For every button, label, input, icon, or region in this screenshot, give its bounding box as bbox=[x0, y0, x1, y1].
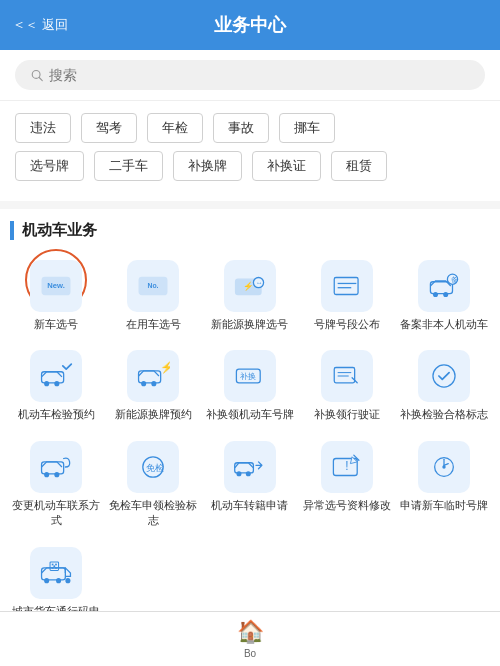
svg-rect-51 bbox=[56, 563, 58, 565]
grid-item[interactable]: 申请新车临时号牌 bbox=[397, 435, 490, 535]
motor-section-title: 机动车业务 bbox=[10, 221, 490, 240]
svg-point-32 bbox=[44, 472, 49, 477]
tag-btn[interactable]: 挪车 bbox=[279, 113, 335, 143]
item-icon-wrap bbox=[321, 350, 373, 402]
item-icon-wrap bbox=[224, 441, 276, 493]
grid-item[interactable]: 号牌号段公布 bbox=[300, 254, 393, 338]
item-icon-wrap bbox=[30, 441, 82, 493]
search-section bbox=[0, 50, 500, 101]
grid-item[interactable]: ⚡ ↔ 新能源换牌选号 bbox=[204, 254, 297, 338]
svg-point-23 bbox=[151, 381, 156, 386]
item-label: 备案非本人机动车 bbox=[400, 317, 488, 332]
item-label: 申请新车临时号牌 bbox=[400, 498, 488, 513]
svg-point-22 bbox=[141, 381, 146, 386]
item-icon-wrap: 免检 bbox=[127, 441, 179, 493]
item-icon-wrap bbox=[418, 350, 470, 402]
item-icon-wrap: ! bbox=[321, 441, 373, 493]
tag-btn[interactable]: 违法 bbox=[15, 113, 71, 143]
back-button[interactable]: ＜ ＜ 返回 bbox=[12, 16, 68, 34]
page-title: 业务中心 bbox=[214, 13, 286, 37]
back-icon: ＜ bbox=[12, 16, 26, 34]
item-label: 变更机动车联系方式 bbox=[12, 498, 101, 529]
item-icon-wrap: 补换 bbox=[224, 350, 276, 402]
svg-text:补换: 补换 bbox=[240, 372, 256, 381]
grid-item[interactable]: 备 备案非本人机动车 bbox=[397, 254, 490, 338]
item-label: 新能源换牌预约 bbox=[115, 407, 192, 422]
bottom-tab-label-bo: Bo bbox=[244, 648, 256, 659]
svg-rect-50 bbox=[52, 563, 54, 565]
tag-btn[interactable]: 年检 bbox=[147, 113, 203, 143]
quick-tags-section: 违法驾考年检事故挪车 选号牌二手车补换牌补换证租赁 bbox=[0, 101, 500, 209]
item-label: 在用车选号 bbox=[126, 317, 181, 332]
item-label: 异常选号资料修改 bbox=[303, 498, 391, 513]
item-icon-wrap: New. bbox=[30, 260, 82, 312]
grid-item[interactable]: ⚡ 新能源换牌预约 bbox=[107, 344, 200, 428]
svg-point-19 bbox=[44, 381, 49, 386]
svg-point-47 bbox=[56, 578, 61, 583]
grid-item[interactable]: 机动车转籍申请 bbox=[204, 435, 297, 535]
item-label: 补换检验合格标志 bbox=[400, 407, 488, 422]
item-label: 机动车检验预约 bbox=[18, 407, 95, 422]
svg-text:⚡: ⚡ bbox=[160, 360, 170, 374]
svg-text:↔: ↔ bbox=[256, 279, 263, 286]
tag-btn[interactable]: 补换证 bbox=[252, 151, 321, 181]
item-icon-wrap: ⚡ bbox=[127, 350, 179, 402]
svg-rect-27 bbox=[334, 368, 354, 383]
grid-item[interactable]: New. 新车选号 bbox=[10, 254, 103, 338]
grid-item[interactable]: No. 在用车选号 bbox=[107, 254, 200, 338]
tag-btn[interactable]: 事故 bbox=[213, 113, 269, 143]
item-label: 号牌号段公布 bbox=[314, 317, 380, 332]
svg-point-20 bbox=[55, 381, 60, 386]
tag-btn[interactable]: 租赁 bbox=[331, 151, 387, 181]
search-bar[interactable] bbox=[15, 60, 485, 90]
item-icon-wrap: ⚡ ↔ bbox=[224, 260, 276, 312]
svg-rect-10 bbox=[334, 278, 358, 295]
tag-btn[interactable]: 驾考 bbox=[81, 113, 137, 143]
grid-item[interactable]: 变更机动车联系方式 bbox=[10, 435, 103, 535]
tag-btn[interactable]: 选号牌 bbox=[15, 151, 84, 181]
svg-point-14 bbox=[433, 292, 438, 297]
app-header: ＜ ＜ 返回 业务中心 bbox=[0, 0, 500, 50]
motor-grid: New. 新车选号 No. 在用车选号 ⚡ ↔ 新能源换牌选号 号牌号段公布 备… bbox=[10, 254, 490, 640]
motor-section: 机动车业务 New. 新车选号 No. 在用车选号 ⚡ ↔ 新能源换牌选号 号牌… bbox=[0, 209, 500, 646]
bottom-bar: 🏠 Bo bbox=[0, 611, 500, 666]
grid-item[interactable]: 补换检验合格标志 bbox=[397, 344, 490, 428]
svg-point-37 bbox=[236, 471, 241, 476]
item-icon-wrap: No. bbox=[127, 260, 179, 312]
tags-row-2: 选号牌二手车补换牌补换证租赁 bbox=[15, 151, 485, 181]
item-label: 新车选号 bbox=[34, 317, 78, 332]
bottom-tab-bo[interactable]: 🏠 Bo bbox=[237, 619, 264, 659]
search-icon bbox=[30, 68, 43, 82]
bottom-tab-icon-bo: 🏠 bbox=[237, 619, 264, 645]
svg-point-46 bbox=[44, 578, 49, 583]
item-icon-wrap bbox=[30, 547, 82, 599]
svg-rect-54 bbox=[56, 567, 58, 569]
item-label: 免检车申领检验标志 bbox=[109, 498, 198, 529]
grid-item[interactable]: 免检 免检车申领检验标志 bbox=[107, 435, 200, 535]
grid-item[interactable]: 机动车检验预约 bbox=[10, 344, 103, 428]
tag-btn[interactable]: 补换牌 bbox=[173, 151, 242, 181]
grid-item[interactable]: ! 异常选号资料修改 bbox=[300, 435, 393, 535]
svg-text:No.: No. bbox=[148, 282, 159, 289]
svg-point-15 bbox=[443, 292, 448, 297]
svg-text:⚡: ⚡ bbox=[243, 281, 254, 292]
svg-text:免检: 免检 bbox=[146, 463, 164, 473]
svg-point-33 bbox=[55, 472, 60, 477]
item-label: 机动车转籍申请 bbox=[211, 498, 288, 513]
svg-text:备: 备 bbox=[450, 276, 457, 283]
item-icon-wrap bbox=[30, 350, 82, 402]
item-icon-wrap: 备 bbox=[418, 260, 470, 312]
svg-point-38 bbox=[246, 471, 251, 476]
item-label: 新能源换牌选号 bbox=[211, 317, 288, 332]
item-icon-wrap bbox=[418, 441, 470, 493]
back-label: ＜ 返回 bbox=[25, 16, 68, 34]
item-icon-wrap bbox=[321, 260, 373, 312]
grid-item[interactable]: 补换 补换领机动车号牌 bbox=[204, 344, 297, 428]
svg-rect-53 bbox=[54, 565, 56, 567]
svg-rect-52 bbox=[52, 567, 54, 569]
tags-row-1: 违法驾考年检事故挪车 bbox=[15, 113, 485, 143]
tag-btn[interactable]: 二手车 bbox=[94, 151, 163, 181]
grid-item[interactable]: 补换领行驶证 bbox=[300, 344, 393, 428]
svg-text:New.: New. bbox=[48, 281, 66, 290]
search-input[interactable] bbox=[49, 67, 470, 83]
